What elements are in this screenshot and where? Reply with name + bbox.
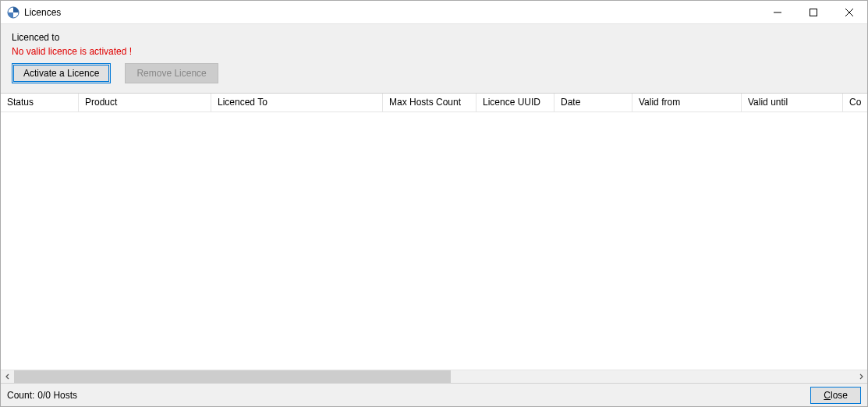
licences-window: Licences Licenced to No valid licence is… <box>0 0 868 407</box>
column-header[interactable]: Licenced To <box>211 94 383 111</box>
footer: Count: 0/0 Hosts Close <box>1 383 867 406</box>
column-header[interactable]: Date <box>554 94 632 111</box>
column-header[interactable]: Valid until <box>742 94 843 111</box>
column-header[interactable]: Valid from <box>632 94 742 111</box>
licenced-to-label: Licenced to <box>12 32 856 43</box>
header-panel: Licenced to No valid licence is activate… <box>1 24 867 94</box>
close-window-button[interactable] <box>831 1 867 24</box>
table-body <box>1 112 867 370</box>
horizontal-scrollbar[interactable] <box>1 370 867 383</box>
scroll-left-arrow[interactable] <box>1 370 14 383</box>
maximize-button[interactable] <box>795 1 831 24</box>
scroll-track[interactable] <box>14 370 854 383</box>
remove-licence-button: Remove Licence <box>125 63 218 83</box>
titlebar: Licences <box>1 1 867 24</box>
licence-table: StatusProductLicenced ToMax Hosts CountL… <box>1 94 867 383</box>
column-header[interactable]: Max Hosts Count <box>383 94 477 111</box>
no-valid-licence-warning: No valid licence is activated ! <box>12 46 856 57</box>
close-button[interactable]: Close <box>810 387 861 404</box>
column-header[interactable]: Product <box>79 94 211 111</box>
window-title: Licences <box>24 7 61 18</box>
column-header[interactable]: Licence UUID <box>477 94 554 111</box>
column-header[interactable]: Status <box>1 94 79 111</box>
app-icon <box>7 6 19 19</box>
scroll-right-arrow[interactable] <box>854 370 867 383</box>
activate-licence-button[interactable]: Activate a Licence <box>12 63 111 83</box>
scroll-thumb[interactable] <box>14 370 451 383</box>
count-value: 0/0 Hosts <box>37 390 77 401</box>
svg-rect-2 <box>810 9 817 16</box>
minimize-button[interactable] <box>760 1 795 24</box>
table-header-row: StatusProductLicenced ToMax Hosts CountL… <box>1 94 867 112</box>
column-header[interactable]: Co <box>843 94 867 111</box>
count-label: Count: <box>7 390 34 401</box>
